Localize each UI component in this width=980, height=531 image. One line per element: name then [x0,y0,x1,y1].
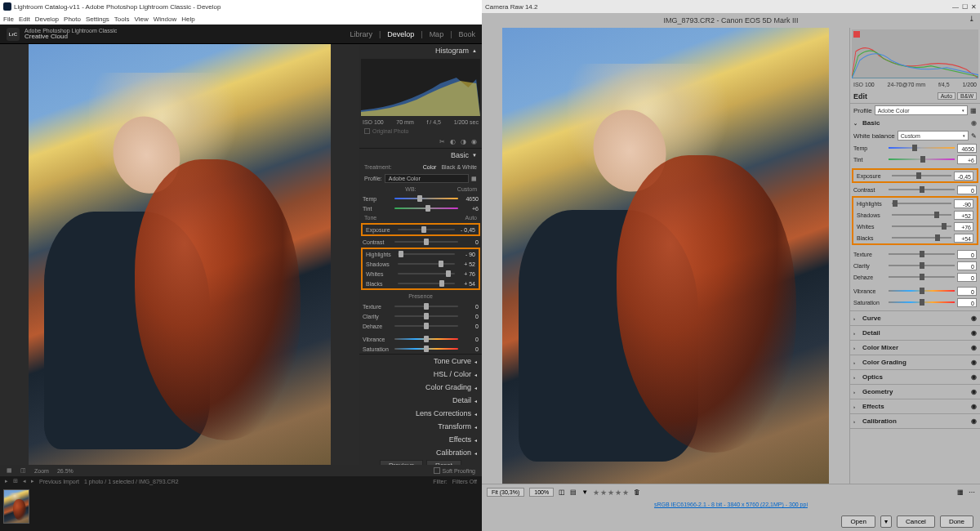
zoom-100[interactable]: 100% [529,488,554,497]
acr-dehaze-value[interactable]: 0 [957,273,977,282]
acr-saturation-slider[interactable] [889,301,955,303]
close-icon[interactable]: ✕ [971,3,977,11]
shadows-slider[interactable] [398,263,455,265]
contrast-slider[interactable] [394,241,458,243]
tonecurve-header[interactable]: Tone Curve◂ [359,355,482,368]
nav-map[interactable]: Map [430,30,444,38]
acr-curve-header[interactable]: ›Curve◉ [850,311,980,326]
mask-icon[interactable]: ◑ [461,138,466,145]
acr-exposure-slider[interactable] [892,175,951,176]
auto-button[interactable]: Auto [938,92,956,100]
nav-book[interactable]: Book [458,30,475,38]
acr-temp-value[interactable]: 4650 [957,144,977,153]
acr-highlights-slider[interactable] [892,203,951,204]
acr-whites-value[interactable]: +76 [954,222,973,231]
acr-tint-slider[interactable] [889,158,955,160]
compare-icon[interactable]: ◫ [559,489,565,496]
zoom-value[interactable]: 26.5% [57,468,74,474]
profile-grid-icon[interactable]: ▦ [970,107,977,114]
acr-image-canvas[interactable] [502,28,829,484]
acr-temp-slider[interactable] [889,147,955,149]
open-dropdown[interactable]: ▾ [880,515,892,528]
done-button[interactable]: Done [940,515,973,528]
calibration-header[interactable]: Calibration◂ [359,446,482,459]
menu-file[interactable]: File [3,16,14,23]
more-icon[interactable]: ⋯ [969,489,975,496]
wb-select[interactable]: Custom [457,186,477,192]
acr-histogram[interactable] [852,29,978,78]
histogram-header[interactable]: Histogram▲ [359,44,482,57]
dehaze-slider[interactable] [394,325,458,327]
soft-proofing-toggle[interactable]: Soft Proofing [434,467,475,474]
acr-image-info[interactable]: sRGB IEC61966-2.1 - 8 bit - 3840 x 5760 … [482,500,980,511]
profile-select[interactable]: Adobe Color [385,174,469,183]
profile-browse-icon[interactable]: ▦ [471,176,477,182]
colorgrading-header[interactable]: Color Grading◂ [359,381,482,394]
vibrance-slider[interactable] [394,338,458,340]
rating-stars[interactable]: ★★★★★ [593,489,629,497]
highlights-slider[interactable] [398,253,455,255]
grid-view-icon[interactable]: ▦ [957,489,964,496]
toggle-panels-icon[interactable]: ▸ [5,478,8,484]
menu-edit[interactable]: Edit [19,16,30,23]
original-photo-toggle[interactable]: Original Photo [359,127,482,136]
acr-colorgrading-header[interactable]: ›Color Grading◉ [850,355,980,370]
save-icon[interactable]: ⤓ [969,15,975,23]
acr-vibrance-value[interactable]: 0 [957,287,977,296]
acr-optics-header[interactable]: ›Optics◉ [850,370,980,385]
treatment-color[interactable]: Color [423,164,437,170]
temp-slider[interactable] [394,198,458,199]
acr-saturation-value[interactable]: 0 [957,298,977,307]
menu-photo[interactable]: Photo [64,16,81,23]
acr-highlights-value[interactable]: -90 [954,199,973,208]
hsl-header[interactable]: HSL / Color◂ [359,368,482,381]
treatment-bw[interactable]: Black & White [441,164,477,170]
nav-next-icon[interactable]: ▸ [31,478,34,484]
cancel-button[interactable]: Cancel [897,515,935,528]
acr-dehaze-slider[interactable] [889,276,955,278]
acr-contrast-value[interactable]: 0 [957,185,977,194]
detail-header[interactable]: Detail◂ [359,394,482,407]
acr-whites-slider[interactable] [892,225,951,227]
menu-view[interactable]: View [135,16,149,23]
sort-icon[interactable]: ▼ [581,489,588,496]
acr-clarity-value[interactable]: 0 [957,261,977,270]
loupe-icon[interactable]: ▦ [7,467,12,474]
maximize-icon[interactable]: ☐ [962,3,968,11]
zoom-fit[interactable]: Fit (30,3%) [487,488,524,497]
acr-profile-select[interactable]: Adobe Color▾ [875,105,968,115]
basic-header[interactable]: Basic▼ [359,149,482,162]
acr-colormixer-header[interactable]: ›Color Mixer◉ [850,341,980,355]
transform-header[interactable]: Transform◂ [359,420,482,433]
acr-shadows-slider[interactable] [892,214,951,216]
acr-basic-header[interactable]: ⌄Basic◉ [850,117,980,129]
acr-texture-slider[interactable] [889,253,955,255]
minimize-icon[interactable]: — [952,3,959,11]
exposure-slider[interactable] [398,229,455,230]
auto-tone[interactable]: Auto [466,215,477,221]
clarity-slider[interactable] [394,315,458,317]
menu-develop[interactable]: Develop [35,16,59,23]
acr-exposure-value[interactable]: -0,45 [954,172,973,181]
acr-detail-header[interactable]: ›Detail◉ [850,326,980,341]
acr-shadows-value[interactable]: +52 [954,211,973,220]
trash-icon[interactable]: 🗑 [634,489,640,496]
crop-icon[interactable]: ✂ [439,138,445,145]
redeye-icon[interactable]: ◉ [471,138,477,145]
compare-icon[interactable]: ◫ [20,467,26,474]
bw-button[interactable]: B&W [957,92,977,100]
eye-icon[interactable]: ◉ [971,119,977,127]
menu-tools[interactable]: Tools [114,16,130,23]
acr-calibration-header[interactable]: ›Calibration◉ [850,414,980,429]
whites-slider[interactable] [398,273,455,274]
lens-header[interactable]: Lens Corrections◂ [359,407,482,420]
filmstrip-thumb[interactable] [3,489,29,524]
acr-blacks-slider[interactable] [892,237,951,239]
nav-library[interactable]: Library [350,30,372,38]
acr-geometry-header[interactable]: ›Geometry◉ [850,385,980,399]
acr-tint-value[interactable]: +6 [957,155,977,164]
saturation-slider[interactable] [394,348,458,350]
menu-window[interactable]: Window [154,16,176,23]
nav-develop[interactable]: Develop [387,30,414,38]
nav-prev-icon[interactable]: ◂ [23,478,26,484]
